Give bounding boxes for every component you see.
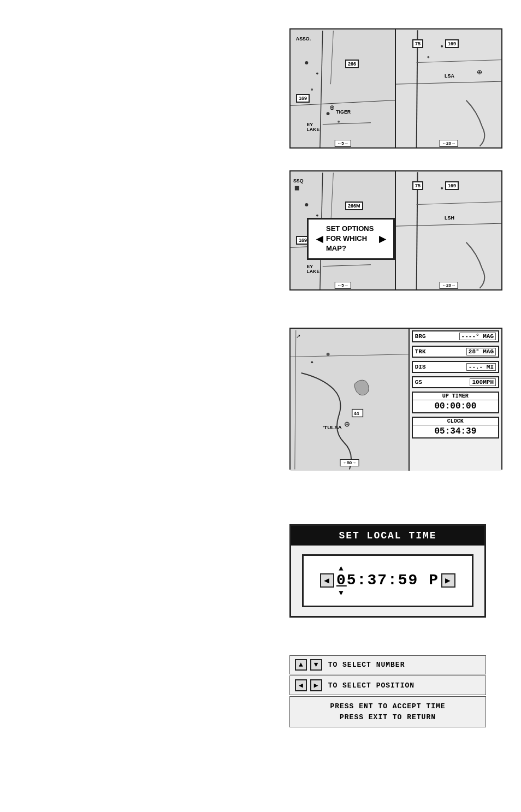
svg-text:SSQ: SSQ [293, 178, 304, 183]
svg-text:44: 44 [354, 411, 359, 416]
svg-line-12 [323, 123, 371, 125]
select-number-row: ▲ ▼ TO SELECT NUMBER [289, 655, 486, 674]
brg-value: ----° MAG [459, 333, 496, 340]
svg-point-7 [338, 121, 340, 123]
up-timer-label: UP TIMER [413, 393, 498, 400]
dialog-text: SET OPTIONS FOR WHICH MAP? [326, 224, 376, 254]
press-exit-text: PRESS EXIT TO RETURN [340, 712, 436, 723]
svg-text:ASSO.: ASSO. [296, 36, 311, 42]
map3-nav-panel: BRG ----° MAG TRK 28° MAG DIS --.- MI GS… [410, 329, 501, 471]
map2-left-panel: TIGER EY LAKE SSQ 169 266M ◀ SET OPTIONS… [291, 171, 396, 291]
right-arrow-icon[interactable]: ▶ [441, 573, 455, 588]
map1-container: TIGER ⊕ EY LAKE ASSO. 169 266 ←5→ LSA [289, 28, 502, 149]
map2-right-panel: LSH 75 169 ←20→ [396, 171, 501, 291]
svg-point-20 [427, 56, 429, 58]
svg-point-25 [316, 215, 318, 217]
map1-left-panel: TIGER ⊕ EY LAKE ASSO. 169 266 ←5→ [291, 29, 396, 149]
svg-line-31 [323, 265, 371, 266]
scale-bar-map2-left: ←5→ [334, 282, 351, 289]
updown-arrows: ▲ 0 ▼ [336, 565, 347, 597]
dialog-arrow-left-icon: ◀ [316, 234, 323, 244]
brg-field: BRG ----° MAG [412, 330, 499, 342]
instructions-area: ▲ ▼ TO SELECT NUMBER ◀ ▶ TO SELECT POSIT… [289, 655, 486, 728]
gs-field: GS 100MPH [412, 376, 499, 388]
scale-bar-map1-left: ←5→ [334, 140, 351, 147]
svg-point-24 [305, 203, 308, 206]
trk-value: 28° MAG [466, 348, 496, 355]
dialog-line2: FOR WHICH MAP? [326, 234, 376, 253]
up-arrow-icon[interactable]: ▲ [339, 565, 344, 572]
svg-point-46 [311, 361, 313, 363]
down-arrow-icon[interactable]: ▼ [339, 589, 344, 597]
road-badge-75-right2: 75 [412, 181, 423, 190]
trk-field: TRK 28° MAG [412, 346, 499, 358]
trk-label: TRK [415, 348, 426, 355]
svg-line-36 [396, 223, 501, 226]
left-arrow-btn[interactable]: ◀ [295, 679, 307, 691]
svg-point-5 [311, 88, 313, 91]
svg-point-47 [327, 353, 330, 356]
svg-point-4 [316, 73, 318, 75]
dialog-line1: SET OPTIONS [326, 224, 376, 234]
svg-text:LSH: LSH [445, 215, 454, 221]
select-position-icons: ◀ ▶ [294, 679, 323, 691]
svg-text:LSA: LSA [445, 73, 454, 79]
select-number-icons: ▲ ▼ [294, 659, 323, 671]
svg-text:EY: EY [306, 122, 313, 127]
svg-text:LAKE: LAKE [306, 127, 319, 132]
gs-value: 100MPH [470, 378, 496, 386]
road-badge-169-right1: 169 [445, 39, 459, 48]
time-cursor-digit: 0 [336, 572, 347, 589]
clock-block: CLOCK 05:34:39 [412, 417, 499, 438]
right-arrow-btn[interactable]: ▶ [310, 679, 322, 691]
svg-text:EY: EY [306, 264, 313, 269]
dialog-arrow-right-icon: ▶ [379, 234, 386, 244]
road-badge-169-right2: 169 [445, 181, 459, 190]
svg-line-35 [417, 202, 501, 205]
left-arrow-icon[interactable]: ◀ [320, 573, 334, 588]
svg-line-0 [320, 31, 323, 149]
road-badge-169-left1: 169 [296, 94, 310, 103]
svg-point-19 [441, 45, 443, 48]
press-ent-text: PRESS ENT TO ACCEPT TIME [330, 701, 445, 712]
down-arrow-btn[interactable]: ▼ [310, 659, 322, 671]
svg-point-38 [441, 187, 443, 189]
gs-label: GS [415, 379, 422, 386]
set-local-time-panel: SET LOCAL TIME ◀ ▲ 0 ▼ 5:37:59 P ▶ [289, 524, 486, 618]
svg-point-6 [327, 112, 330, 115]
select-position-text: TO SELECT POSITION [328, 681, 415, 690]
map3-map-panel: 44 'TULSA ⊕ ↗ ←50→ [291, 329, 410, 471]
accept-return-row: PRESS ENT TO ACCEPT TIME PRESS EXIT TO R… [289, 696, 486, 727]
scale-bar-map1-right: ←20→ [439, 140, 458, 147]
time-remaining: 5:37:59 P [347, 572, 439, 589]
map3-container: 44 'TULSA ⊕ ↗ ←50→ BRG ----° MAG TRK 28°… [289, 328, 502, 470]
svg-point-3 [305, 61, 308, 64]
svg-line-15 [417, 60, 501, 63]
brg-label: BRG [415, 333, 426, 340]
svg-rect-33 [295, 186, 299, 191]
clock-label: CLOCK [413, 418, 498, 425]
road-badge-266-left1: 266 [345, 60, 359, 68]
clock-value: 05:34:39 [413, 425, 498, 437]
set-options-dialog: ◀ SET OPTIONS FOR WHICH MAP? ▶ [307, 218, 395, 260]
svg-text:↗: ↗ [296, 333, 300, 339]
svg-text:TIGER: TIGER [336, 109, 351, 115]
up-arrow-btn[interactable]: ▲ [295, 659, 307, 671]
road-badge-266m-left2: 266M [345, 201, 363, 210]
road-badge-75-right1: 75 [412, 39, 423, 48]
select-position-row: ◀ ▶ TO SELECT POSITION [289, 675, 486, 695]
svg-text:⊕: ⊕ [330, 104, 335, 111]
svg-text:⊕: ⊕ [477, 68, 482, 76]
map1-right-panel: LSA ⊕ 75 169 ←20→ [396, 29, 501, 149]
dis-label: DIS [415, 364, 426, 370]
up-timer-value: 00:00:00 [413, 400, 498, 412]
svg-text:LAKE: LAKE [306, 269, 319, 274]
select-number-text: TO SELECT NUMBER [328, 661, 405, 669]
svg-line-39 [291, 354, 408, 357]
svg-text:'TULSA: 'TULSA [323, 424, 342, 430]
svg-line-40 [295, 330, 296, 470]
map2-container: TIGER EY LAKE SSQ 169 266M ◀ SET OPTIONS… [289, 170, 502, 291]
svg-line-2 [330, 31, 333, 84]
svg-line-16 [396, 81, 501, 84]
time-display: ◀ ▲ 0 ▼ 5:37:59 P ▶ [302, 554, 473, 607]
